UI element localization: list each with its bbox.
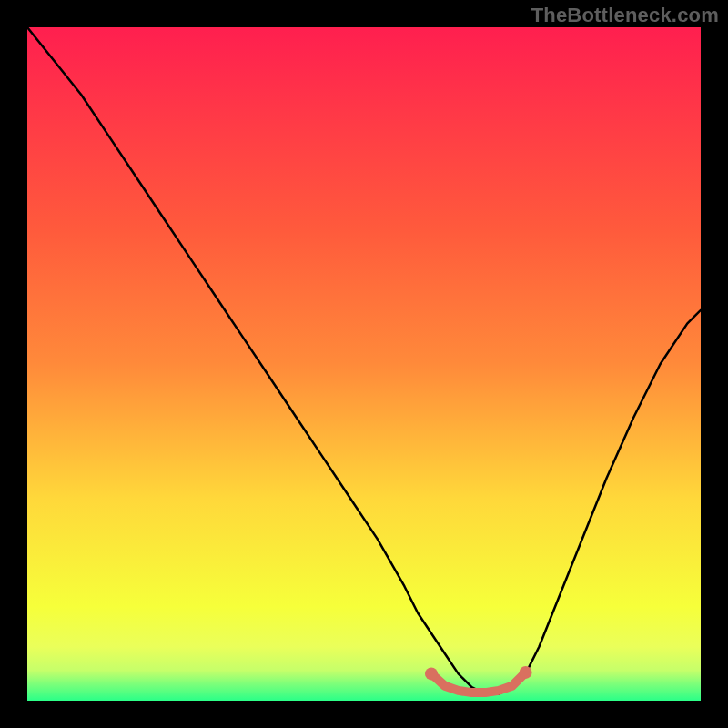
chart-plot	[27, 27, 701, 701]
optimal-range-end-dot	[520, 666, 532, 679]
chart-background	[27, 27, 701, 701]
chart-svg	[27, 27, 701, 701]
watermark-text: TheBottleneck.com	[531, 4, 719, 27]
optimal-range-start-dot	[425, 667, 438, 680]
